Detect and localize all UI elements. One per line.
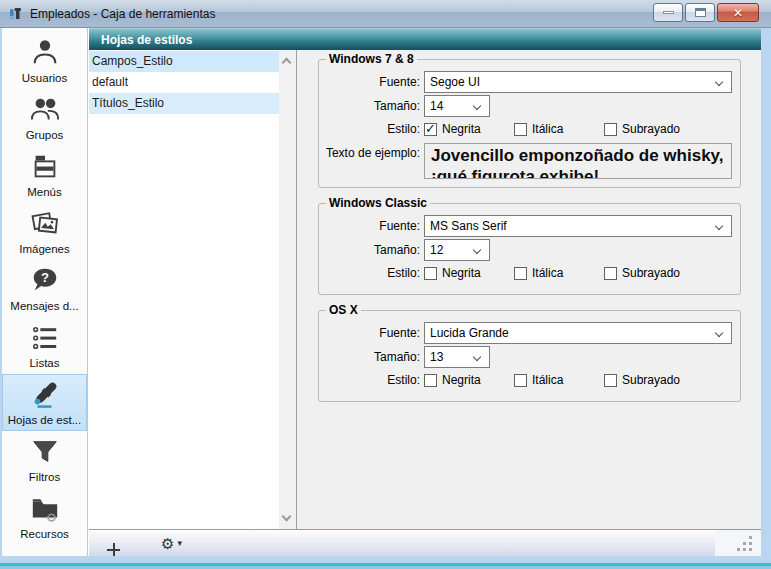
- sidebar-item-filtros[interactable]: Filtros: [2, 431, 87, 488]
- window-content: Usuarios Grupos Menús Imágenes: [2, 28, 761, 556]
- sidebar-item-listas[interactable]: Listas: [2, 317, 87, 374]
- maximize-button[interactable]: [685, 3, 715, 22]
- size-label: Tamaño:: [319, 99, 424, 113]
- font-label: Fuente:: [319, 75, 424, 89]
- checkbox-icon: [604, 374, 617, 387]
- close-icon: ✕: [733, 6, 743, 20]
- style-label: Estilo:: [319, 266, 424, 280]
- stylesheet-marker-icon: [27, 379, 63, 411]
- list-item-label: Títulos_Estilo: [92, 96, 164, 110]
- chevron-down-icon: [715, 329, 723, 337]
- size-select[interactable]: 14: [424, 95, 490, 117]
- sidebar-item-menus[interactable]: Menús: [2, 146, 87, 203]
- bold-checkbox[interactable]: Negrita: [424, 266, 514, 280]
- list-item[interactable]: Campos_Estilo: [89, 51, 279, 72]
- sidebar: Usuarios Grupos Menús Imágenes: [2, 28, 88, 556]
- section-windows-7-8: Windows 7 & 8 Fuente: Segoe UI Tamaño:: [318, 59, 741, 188]
- message-question-icon: ?: [27, 265, 63, 297]
- checkbox-icon: [604, 267, 617, 280]
- close-button[interactable]: ✕: [717, 3, 759, 22]
- scroll-up-icon[interactable]: [282, 58, 292, 68]
- images-icon: [27, 208, 63, 240]
- group-title: Windows Classic: [326, 196, 430, 210]
- grip-dots-icon: [736, 535, 756, 552]
- list-scrollbar[interactable]: [279, 50, 296, 529]
- sidebar-item-usuarios[interactable]: Usuarios: [2, 32, 87, 89]
- checkbox-icon: [604, 123, 617, 136]
- stylesheet-list: Campos_Estilo default Títulos_Estilo: [89, 50, 297, 529]
- font-select[interactable]: MS Sans Serif: [424, 215, 732, 237]
- size-label: Tamaño:: [319, 350, 424, 364]
- resize-grip[interactable]: [715, 530, 761, 556]
- chevron-down-icon: [473, 102, 481, 110]
- checkbox-label: Itálica: [532, 373, 563, 387]
- font-select[interactable]: Segoe UI: [424, 71, 732, 93]
- group-title: OS X: [326, 303, 361, 317]
- titlebar: Empleados - Caja de herramientas ✕: [0, 0, 771, 28]
- checkbox-label: Negrita: [442, 122, 481, 136]
- checkbox-label: Subrayado: [622, 122, 680, 136]
- size-select[interactable]: 13: [424, 346, 490, 368]
- font-select[interactable]: Lucida Grande: [424, 322, 732, 344]
- chevron-down-icon: [473, 246, 481, 254]
- resources-folder-icon: ⚙: [27, 493, 63, 525]
- panel-header-title: Hojas de estilos: [101, 33, 192, 47]
- minimize-icon: [663, 11, 674, 14]
- checkbox-icon: [424, 267, 437, 280]
- section-os-x: OS X Fuente: Lucida Grande Tamaño: 13: [318, 310, 741, 402]
- underline-checkbox[interactable]: Subrayado: [604, 122, 680, 136]
- sidebar-item-hojas-de-estilos[interactable]: Hojas de est...: [2, 374, 87, 431]
- italic-checkbox[interactable]: Itálica: [514, 122, 604, 136]
- sidebar-item-grupos[interactable]: Grupos: [2, 89, 87, 146]
- settings-menu-button[interactable]: ⚙ ▾: [161, 536, 182, 551]
- checkbox-icon: [514, 267, 527, 280]
- font-label: Fuente:: [319, 326, 424, 340]
- bold-checkbox[interactable]: Negrita: [424, 373, 514, 387]
- list-item[interactable]: Títulos_Estilo: [89, 93, 279, 114]
- size-value: 14: [430, 99, 443, 113]
- sidebar-item-recursos[interactable]: ⚙ Recursos: [2, 488, 87, 545]
- font-label: Fuente:: [319, 219, 424, 233]
- list-item[interactable]: default: [89, 72, 279, 93]
- italic-checkbox[interactable]: Itálica: [514, 266, 604, 280]
- style-label: Estilo:: [319, 373, 424, 387]
- scroll-down-icon[interactable]: [282, 512, 292, 522]
- panel-body: Campos_Estilo default Títulos_Estilo Win…: [89, 50, 761, 529]
- list-toolbar: ⚙ ▾: [89, 529, 761, 556]
- minimize-button[interactable]: [653, 3, 683, 22]
- sidebar-item-label: Mensajes d...: [10, 300, 78, 312]
- sidebar-item-label: Menús: [27, 186, 62, 198]
- bold-checkbox[interactable]: Negrita: [424, 122, 514, 136]
- sidebar-item-label: Filtros: [29, 471, 60, 483]
- underline-checkbox[interactable]: Subrayado: [604, 266, 680, 280]
- italic-checkbox[interactable]: Itálica: [514, 373, 604, 387]
- size-select[interactable]: 12: [424, 239, 490, 261]
- size-value: 12: [430, 243, 443, 257]
- checkbox-label: Subrayado: [622, 373, 680, 387]
- checkbox-label: Itálica: [532, 266, 563, 280]
- checkbox-icon: [514, 374, 527, 387]
- sample-label: Texto de ejemplo:: [319, 143, 424, 160]
- sidebar-item-label: Imágenes: [19, 243, 70, 255]
- stylesheet-rows: Campos_Estilo default Títulos_Estilo: [89, 51, 279, 114]
- group-title: Windows 7 & 8: [326, 52, 417, 66]
- window-controls: ✕: [653, 3, 759, 22]
- sidebar-item-imagenes[interactable]: Imágenes: [2, 203, 87, 260]
- svg-text:⚙: ⚙: [46, 511, 57, 524]
- list-item-label: Campos_Estilo: [92, 54, 173, 68]
- window-title: Empleados - Caja de herramientas: [30, 7, 215, 21]
- sidebar-item-mensajes[interactable]: ? Mensajes d...: [2, 260, 87, 317]
- sidebar-item-label: Recursos: [20, 528, 69, 540]
- filter-icon: [27, 436, 63, 468]
- sidebar-item-label: Grupos: [26, 129, 64, 141]
- checkbox-label: Negrita: [442, 373, 481, 387]
- size-value: 13: [430, 350, 443, 364]
- underline-checkbox[interactable]: Subrayado: [604, 373, 680, 387]
- chevron-down-icon: [715, 222, 723, 230]
- sample-text-box: Jovencillo emponzoñado de whisky, ¡qué f…: [424, 143, 732, 179]
- checkbox-label: Itálica: [532, 122, 563, 136]
- list-icon: [27, 322, 63, 354]
- checkbox-label: Subrayado: [622, 266, 680, 280]
- app-window: Empleados - Caja de herramientas ✕ Usuar…: [0, 0, 771, 569]
- main-panel: Hojas de estilos Campos_Estilo default T…: [89, 28, 761, 556]
